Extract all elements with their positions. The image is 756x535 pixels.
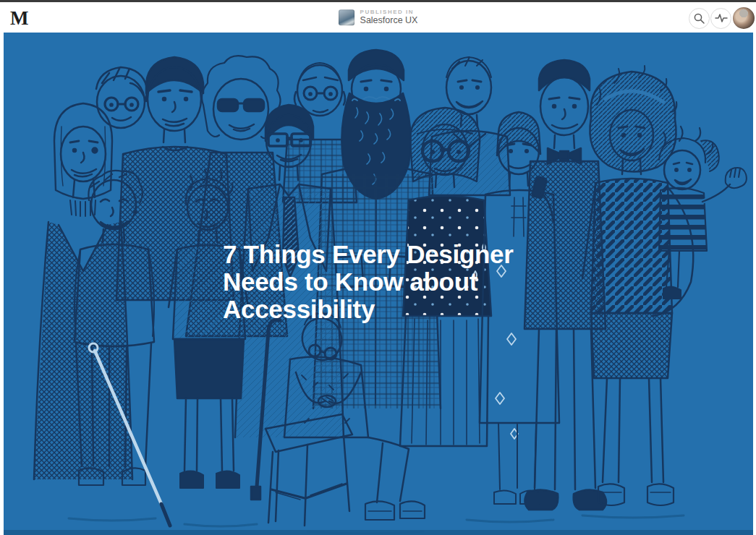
publication-thumbnail[interactable]: [339, 9, 354, 25]
publication-header: PUBLISHED IN Salesforce UX: [339, 9, 418, 26]
article-title-line-3: Accessibility: [223, 296, 514, 323]
hero-image: 7 Things Every Designer Needs to Know ab…: [4, 33, 753, 535]
published-in-label: PUBLISHED IN: [360, 9, 418, 15]
nav-actions: [689, 7, 755, 29]
article-title-line-1: 7 Things Every Designer: [223, 241, 514, 268]
activity-button[interactable]: [710, 8, 731, 29]
user-avatar[interactable]: [733, 7, 755, 29]
top-nav: M PUBLISHED IN Salesforce UX: [0, 0, 756, 33]
publication-name[interactable]: Salesforce UX: [360, 15, 418, 25]
activity-pulse-icon: [715, 12, 728, 24]
search-button[interactable]: [689, 8, 710, 29]
search-icon: [693, 12, 705, 25]
article-title-line-2: Needs to Know about: [223, 268, 514, 296]
medium-article-page: M PUBLISHED IN Salesforce UX: [0, 0, 756, 535]
article-title: 7 Things Every Designer Needs to Know ab…: [223, 241, 514, 323]
publication-text: PUBLISHED IN Salesforce UX: [360, 9, 418, 26]
medium-logo[interactable]: M: [10, 9, 28, 28]
